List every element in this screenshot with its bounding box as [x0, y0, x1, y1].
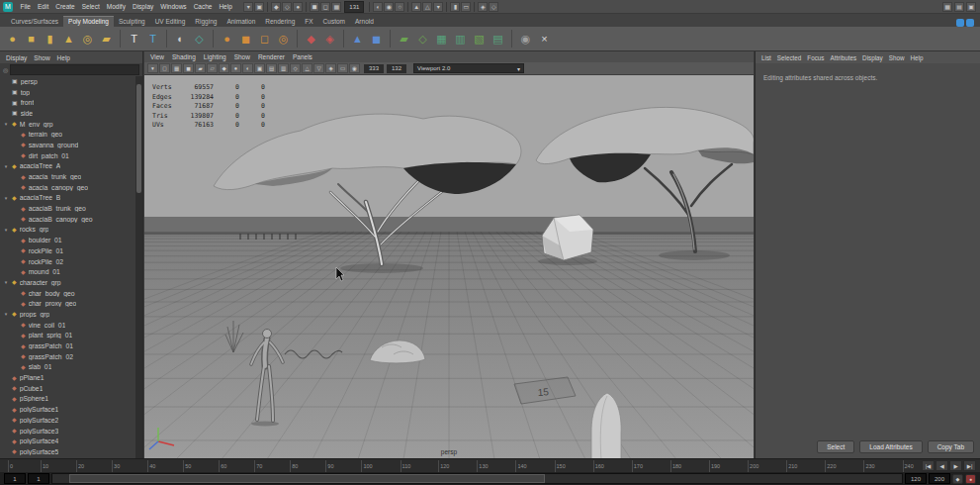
- range-track[interactable]: [51, 473, 903, 484]
- status-icon[interactable]: △: [422, 2, 432, 12]
- timeline-tick[interactable]: 50: [183, 460, 191, 472]
- outliner-item[interactable]: ▣persp: [0, 76, 135, 87]
- bevel-icon[interactable]: ◼: [368, 31, 385, 48]
- viewport-menu-shading[interactable]: Shading: [172, 53, 196, 60]
- status-icon[interactable]: ◈: [478, 2, 488, 12]
- menu-file[interactable]: File: [17, 3, 34, 10]
- status-icon[interactable]: ▲: [411, 2, 421, 12]
- outliner-item[interactable]: ▾◆props_grp: [0, 309, 135, 320]
- crease-icon[interactable]: ◆: [303, 31, 319, 48]
- lattice-icon[interactable]: ▥: [452, 31, 469, 48]
- timeline-tick[interactable]: 160: [593, 460, 604, 472]
- shelf-tab-sculpting[interactable]: Sculpting: [114, 17, 150, 27]
- shelf-tab-fx[interactable]: FX: [300, 17, 317, 27]
- timeline-tick[interactable]: 230: [863, 460, 874, 472]
- viewport-menu-show[interactable]: Show: [234, 53, 250, 60]
- viewport-tool-icon-4[interactable]: ▰: [195, 63, 206, 73]
- outliner-item[interactable]: ◆grassPatch_01: [0, 340, 135, 351]
- renderer-dropdown[interactable]: Viewport 2.0 ▾: [413, 63, 524, 73]
- extrude-icon[interactable]: ▲: [349, 31, 366, 48]
- expand-arrow[interactable]: ▾: [3, 279, 9, 285]
- timeline-tick[interactable]: 140: [515, 460, 526, 472]
- viewport-tool-icon-2[interactable]: ▦: [171, 63, 182, 73]
- timeline-tick[interactable]: 170: [632, 460, 643, 472]
- shelf-tab-rigging[interactable]: Rigging: [190, 17, 222, 27]
- menu-edit[interactable]: Edit: [34, 3, 51, 10]
- combine-icon[interactable]: ◼: [237, 31, 254, 48]
- type-tool-icon[interactable]: T: [126, 31, 142, 48]
- spin-edge-icon[interactable]: ◈: [321, 31, 338, 48]
- timeline-tick[interactable]: 180: [670, 460, 681, 472]
- outliner-item[interactable]: ◆plant_sprig_01: [0, 331, 135, 341]
- viewport-tool-icon-10[interactable]: ▤: [266, 63, 277, 73]
- range-start-field-0[interactable]: 1: [4, 473, 26, 484]
- outliner-item[interactable]: ◆vine_coil_01: [0, 320, 135, 331]
- outliner-item[interactable]: ◆terrain_geo: [0, 129, 135, 140]
- status-icon[interactable]: ▭: [461, 2, 471, 12]
- multi-cut-icon[interactable]: ◇: [414, 31, 431, 48]
- menu-modify[interactable]: Modify: [103, 3, 129, 10]
- maya-logo-icon[interactable]: M: [3, 2, 13, 12]
- poly-cone-icon[interactable]: ▲: [60, 31, 77, 48]
- range-bar[interactable]: [69, 474, 545, 483]
- viewport-menu-lighting[interactable]: Lighting: [204, 53, 226, 60]
- timeline-tick[interactable]: 70: [254, 460, 262, 472]
- outliner-item[interactable]: ◆char_proxy_geo: [0, 298, 135, 309]
- shelf-tab-animation[interactable]: Animation: [222, 17, 260, 27]
- outliner-item[interactable]: ▾◆acaciaTree_B: [0, 193, 135, 204]
- outliner-item[interactable]: ◆polySurface3: [0, 426, 135, 436]
- outliner-item[interactable]: ▾◆M_env_grp: [0, 119, 135, 130]
- expand-arrow[interactable]: ▾: [3, 163, 9, 169]
- outliner-item[interactable]: ▾◆rocks_grp: [0, 225, 135, 236]
- status-icon[interactable]: ●: [293, 2, 303, 12]
- timeline-tick[interactable]: 110: [401, 460, 411, 472]
- shelf-tab-uv-editing[interactable]: UV Editing: [150, 17, 191, 27]
- ae-menu-show[interactable]: Show: [889, 54, 905, 61]
- outliner-menu-help[interactable]: Help: [57, 54, 70, 61]
- sculpt-tool-icon[interactable]: ◐: [172, 31, 189, 48]
- timeline-tick[interactable]: 40: [147, 460, 155, 472]
- viewport-menu-view[interactable]: View: [150, 53, 164, 60]
- timeline-tick[interactable]: 190: [709, 460, 720, 472]
- viewport-field-0[interactable]: 333: [364, 64, 384, 73]
- uv-editor-icon[interactable]: ▤: [490, 31, 506, 48]
- status-icon[interactable]: ▮: [450, 2, 460, 12]
- timeline-tick[interactable]: 120: [438, 460, 449, 472]
- menu-cache[interactable]: Cache: [190, 3, 216, 10]
- timeline-tick[interactable]: 20: [76, 460, 84, 472]
- viewport-menu-renderer[interactable]: Renderer: [258, 53, 285, 60]
- status-icon[interactable]: ◇: [282, 2, 292, 12]
- key-button-1[interactable]: ●: [965, 474, 976, 484]
- range-start-field-1[interactable]: 1: [28, 473, 49, 484]
- expand-arrow[interactable]: ▾: [3, 311, 9, 317]
- outliner-item[interactable]: ◆polySurface1: [0, 404, 135, 415]
- status-icon[interactable]: ◆: [271, 2, 281, 12]
- timeline-tick[interactable]: 60: [219, 460, 226, 472]
- outliner-menu-show[interactable]: Show: [34, 54, 49, 61]
- timeline-tick[interactable]: 100: [361, 460, 372, 472]
- smooth-icon[interactable]: ◎: [275, 31, 292, 48]
- outliner-item[interactable]: ◆acaciaB_canopy_geo: [0, 214, 135, 225]
- mirror-icon[interactable]: ▦: [433, 31, 450, 48]
- viewport-tool-icon-8[interactable]: ◐: [242, 63, 253, 73]
- status-icon[interactable]: ◉: [384, 2, 394, 12]
- shelf-option-icon[interactable]: [956, 19, 964, 27]
- status-icon[interactable]: ▾: [433, 2, 443, 12]
- ae-menu-list[interactable]: List: [761, 54, 771, 61]
- timeline-tick[interactable]: 150: [555, 460, 566, 472]
- viewport-tool-icon-14[interactable]: ▽: [313, 63, 324, 73]
- quad-draw-icon[interactable]: ◇: [191, 31, 208, 48]
- scrollbar-thumb[interactable]: [136, 84, 141, 193]
- poly-sphere-icon[interactable]: ●: [4, 31, 21, 48]
- ae-menu-focus[interactable]: Focus: [807, 54, 824, 61]
- outliner-item[interactable]: ◆char_body_geo: [0, 288, 135, 299]
- poly-torus-icon[interactable]: ◎: [79, 31, 96, 48]
- ae-menu-display[interactable]: Display: [862, 54, 883, 61]
- menu-display[interactable]: Display: [129, 3, 156, 10]
- viewport-menu-panels[interactable]: Panels: [293, 53, 312, 60]
- status-icon[interactable]: ◇: [489, 2, 498, 12]
- menu-create[interactable]: Create: [52, 3, 79, 10]
- timeline-tick[interactable]: 30: [112, 460, 120, 472]
- outliner-item[interactable]: ◆savanna_ground: [0, 140, 135, 150]
- viewport-canvas[interactable]: 15 Verts6955700Edges13928400Faces7168700…: [144, 75, 754, 458]
